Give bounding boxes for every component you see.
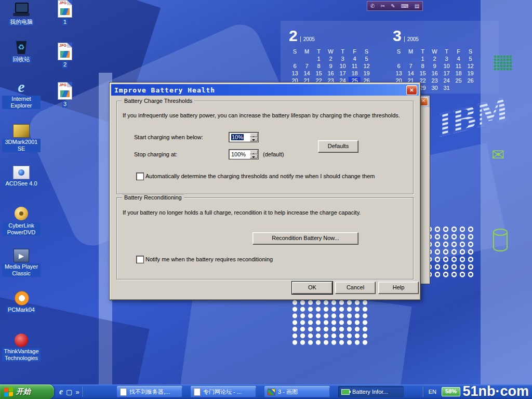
show-desktop-icon[interactable]: ▢ [66, 388, 72, 396]
task-label: 专门网论坛 - ... [203, 388, 242, 396]
calendar-day: 9 [429, 62, 441, 70]
calendar-day: 30 [429, 84, 441, 91]
icon-label: 我的电脑 [9, 19, 34, 25]
thinkvantage-icon [15, 334, 28, 347]
calendar-day: 14 [405, 70, 417, 77]
default-note: (default) [263, 151, 284, 157]
improve-battery-health-dialog: Improve Battery Health ✕ Battery Charge … [109, 82, 421, 300]
media-player-classic-icon: ▶ [14, 249, 29, 262]
task-battery-information[interactable]: Battery Infor... [338, 386, 404, 397]
battery-percent-badge[interactable]: 58% [442, 387, 460, 396]
task-label: 3 - 画图 [278, 388, 298, 396]
reconditioning-description: If your battery no longer holds a full c… [123, 209, 406, 216]
weekday-header: F [453, 48, 464, 55]
webpage-icon [194, 388, 201, 396]
desktop-icon-powerdvd[interactable]: CyberLink PowerDVD [2, 206, 41, 236]
calendar-day: 8 [313, 62, 325, 70]
desktop-icon-pcmark04[interactable]: PCMark04 [2, 290, 41, 313]
desktop-icon-acdsee[interactable]: ACDSee 4.0 [2, 164, 41, 187]
desktop-icon-my-computer[interactable]: 我的电脑 [2, 2, 41, 25]
jpg-file-icon: JPG [58, 43, 72, 60]
ibm-logo: IBM [431, 91, 510, 144]
recondition-battery-button[interactable]: Recondition Battery Now... [252, 232, 358, 245]
cancel-button[interactable]: Cancel [335, 282, 376, 294]
calendar-day: 17 [441, 70, 453, 77]
handheld-icon[interactable]: ✆ [370, 3, 375, 9]
calendar-day: 1 [417, 55, 429, 62]
calendar-day: 7 [405, 62, 417, 70]
month-number: 3 [393, 28, 402, 44]
notify-reconditioning-label: Notify me when the battery requires reco… [145, 256, 405, 262]
spin-up-icon[interactable] [250, 133, 258, 137]
icon-label: ThinkVantage Technologies [2, 348, 41, 362]
keyboard-icon[interactable]: ⌨ [401, 3, 408, 9]
jpg-file-icon: JPG [58, 0, 72, 18]
stop-charging-spinner[interactable]: 100% [229, 149, 259, 159]
calendar-day: 18 [349, 70, 361, 77]
calendar-day: 10 [441, 62, 453, 70]
envelope-icon: ✉ [491, 145, 504, 164]
spin-up-icon[interactable] [250, 150, 258, 154]
start-button[interactable]: 开始 [0, 384, 54, 399]
calendar-day: 7 [301, 62, 313, 70]
calendar-day: 4 [453, 55, 464, 62]
weekday-header: S [464, 48, 476, 55]
powerdvd-icon [12, 206, 30, 221]
icon-label: ACDSee 4.0 [4, 180, 38, 187]
desktop-icon-media-player-classic[interactable]: ▶ Media Player Classic [2, 247, 41, 277]
task-paint[interactable]: 3 - 画图 [264, 386, 330, 397]
task-forum[interactable]: 专门网论坛 - ... [191, 386, 256, 397]
task-buttons: 找不到服务器,... 专门网论坛 - ... 3 - 画图 Battery In… [117, 386, 404, 397]
weekday-header: S [361, 48, 373, 55]
defaults-button[interactable]: Defaults [318, 140, 358, 153]
solid-dot-pattern [291, 299, 369, 346]
dialog-titlebar[interactable]: Improve Battery Health ✕ [111, 84, 419, 96]
desktop-icon-3dmark2001[interactable]: 3DMark2001 SE [2, 123, 41, 152]
month-number: 2 [289, 28, 298, 44]
desktop-file-2[interactable]: JPG 2 [46, 43, 84, 68]
scissors-icon[interactable]: ✂ [380, 3, 384, 9]
desktop-icon-recycle-bin[interactable]: ♻ 回收站 [2, 39, 41, 63]
weekday-headers: SMTWTFS [289, 48, 373, 55]
overflow-chevron-icon[interactable]: » [75, 388, 79, 396]
start-label: 开始 [16, 387, 31, 396]
help-button[interactable]: Help [378, 282, 419, 294]
calendar-day: 23 [429, 77, 441, 84]
group-title: Battery Reconditioning [122, 194, 184, 201]
battery-icon [341, 389, 350, 395]
pen-icon[interactable]: ✎ [391, 3, 395, 9]
start-charging-label: Start charging when below: [134, 134, 203, 140]
internet-explorer-icon[interactable]: e [59, 387, 63, 396]
ok-button[interactable]: OK [292, 282, 332, 294]
month-year: 2005 [404, 36, 419, 42]
weekday-header: F [349, 48, 361, 55]
calendar-day [405, 55, 417, 62]
notify-reconditioning-checkbox[interactable] [136, 256, 144, 263]
calendar-day: 12 [361, 62, 373, 70]
task-server-not-found[interactable]: 找不到服务器,... [117, 386, 182, 397]
calendar-day: 13 [289, 70, 301, 77]
calendar-day [301, 55, 313, 62]
desktop-file-3[interactable]: JPG 3 [46, 82, 84, 108]
spin-down-icon[interactable] [250, 137, 258, 141]
desktop-icon-thinkvantage[interactable]: ThinkVantage Technologies [2, 332, 41, 362]
auto-determine-checkbox[interactable] [136, 172, 144, 180]
start-charging-spinner[interactable]: 10% [229, 132, 259, 142]
spin-down-icon[interactable] [250, 154, 258, 158]
desktop-file-1[interactable]: JPG 1 [46, 0, 84, 25]
desktop-icon-internet-explorer[interactable]: e Internet Explorer [2, 79, 41, 109]
notes-icon[interactable]: ▤ [415, 3, 419, 9]
language-indicator[interactable]: EN [429, 389, 436, 395]
icon-label: 回收站 [12, 56, 31, 63]
calendar-day: 15 [313, 70, 325, 77]
calendar-day: 9 [325, 62, 337, 70]
calendar-day: 12 [464, 62, 476, 70]
calendar-day: 5 [464, 55, 476, 62]
close-icon[interactable]: ✕ [406, 85, 417, 95]
weekday-header: T [337, 48, 349, 55]
3dmark-icon [13, 124, 30, 138]
calendar-day [453, 84, 464, 91]
weekday-header: M [405, 48, 417, 55]
calendar-day: 6 [393, 62, 405, 70]
presentation-toolbar[interactable]: ✆ ✂ ✎ ⌨ ▤ [367, 1, 423, 11]
